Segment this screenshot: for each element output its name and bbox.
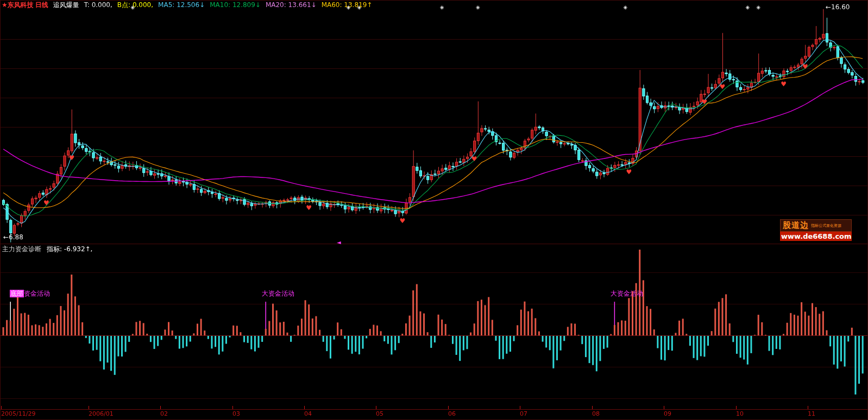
- watermark-url: www.de6688.com: [780, 232, 852, 241]
- watermark-brand: 股道边: [783, 220, 809, 231]
- chart-header-bar: ★东风科技 日线 追风爆量 T: 0.000, B点: 0.000, MA5: …: [2, 1, 372, 9]
- month-label-9: 09: [664, 410, 671, 417]
- ma-label-2: MA20: 13.661↓: [266, 1, 317, 9]
- low-price-tag: ←6.88: [3, 233, 23, 241]
- flow-label-2: 大资金活动: [611, 289, 643, 298]
- flow-label-1: 大资金活动: [262, 289, 294, 298]
- month-label-0: 2005/11/29: [1, 410, 35, 417]
- t-value: T: 0.000,: [84, 1, 112, 9]
- ma-label-1: MA10: 12.809↓: [210, 1, 261, 9]
- high-price-tag: ←16.60: [826, 3, 850, 11]
- date-axis: 2005/11/292006/0102030405060708091011: [0, 410, 868, 419]
- month-label-7: 07: [520, 410, 527, 417]
- signal-triangle-icon: ◄: [337, 239, 341, 245]
- chart-canvas[interactable]: [0, 0, 868, 420]
- sub-panel-title[interactable]: 主力资金诊断: [2, 245, 41, 254]
- ma-values: MA5: 12.506↓MA10: 12.809↓MA20: 13.661↓MA…: [158, 1, 372, 9]
- month-label-10: 10: [736, 410, 744, 417]
- sub-panel-reading: 指标: -6.932↑,: [47, 245, 92, 254]
- watermark-tagline: 指标公式量化资源: [811, 224, 849, 228]
- month-label-3: 03: [232, 410, 240, 417]
- watermark-top: 股道边 指标公式量化资源: [780, 219, 852, 232]
- indicator-name: 追风爆量: [53, 1, 79, 9]
- month-label-1: 2006/01: [89, 410, 114, 417]
- month-label-6: 06: [448, 410, 456, 417]
- trading-app-window: ★东风科技 日线 追风爆量 T: 0.000, B点: 0.000, MA5: …: [0, 0, 868, 420]
- month-label-11: 11: [808, 410, 815, 417]
- stock-name[interactable]: ★东风科技: [2, 1, 34, 9]
- flow-label-0: 底部资金活动: [10, 289, 50, 298]
- month-label-5: 05: [376, 410, 383, 417]
- watermark: 股道边 指标公式量化资源 www.de6688.com: [780, 219, 852, 241]
- month-label-2: 02: [160, 410, 168, 417]
- period-label[interactable]: 日线: [35, 1, 48, 9]
- flow-label-highlight: 底部: [10, 290, 24, 297]
- b-point-value: B点: 0.000,: [117, 1, 153, 9]
- month-label-4: 04: [304, 410, 312, 417]
- ma-label-3: MA60: 13.819↑: [322, 1, 373, 9]
- sub-panel-header: 主力资金诊断 指标: -6.932↑,: [2, 245, 92, 254]
- month-label-8: 08: [592, 410, 600, 417]
- ma-label-0: MA5: 12.506↓: [158, 1, 205, 9]
